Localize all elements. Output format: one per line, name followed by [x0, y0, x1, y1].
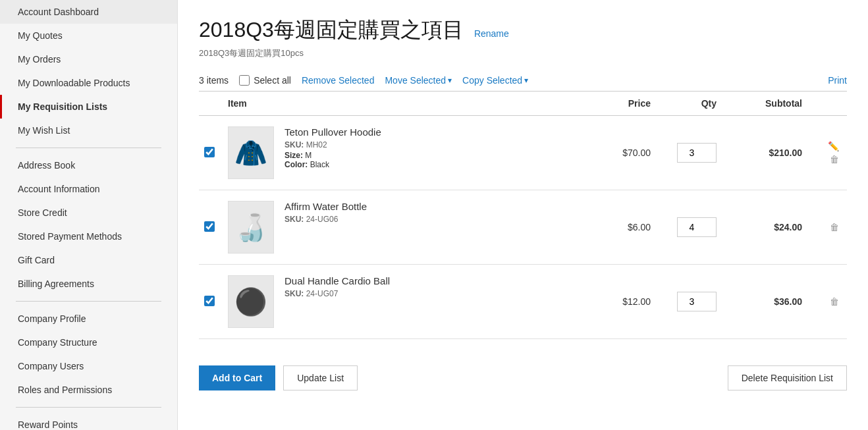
sidebar-item-my-requisition-lists[interactable]: My Requisition Lists — [0, 95, 177, 119]
delete-button[interactable]: 🗑 — [827, 221, 842, 234]
product-image: 🍶 — [228, 201, 274, 254]
product-details: Teton Pullover HoodieSKU: MH02Size: MCol… — [285, 126, 572, 169]
product-details: Affirm Water BottleSKU: 24-UG06 — [285, 201, 572, 225]
qty-input[interactable] — [677, 143, 717, 163]
sidebar-divider-2 — [16, 301, 161, 302]
table-row: 🍶Affirm Water BottleSKU: 24-UG06$6.00$24… — [199, 190, 847, 265]
product-sku: SKU: MH02 — [285, 140, 572, 149]
product-details: Dual Handle Cardio BallSKU: 24-UG07 — [285, 275, 572, 300]
col-header-actions — [807, 92, 847, 116]
product-color: Color: Black — [285, 160, 572, 169]
delete-button[interactable]: 🗑 — [827, 295, 842, 308]
col-header-checkbox — [199, 92, 223, 116]
qty-input[interactable] — [677, 217, 717, 237]
select-all-text: Select all — [254, 75, 291, 86]
toolbar-right: Print — [828, 75, 847, 86]
row-checkbox[interactable] — [204, 296, 215, 306]
row-qty-cell — [656, 190, 722, 265]
row-subtotal-cell: $210.00 — [722, 116, 807, 190]
sidebar-item-company-structure[interactable]: Company Structure — [0, 331, 177, 354]
sidebar: Account Dashboard My Quotes My Orders My… — [0, 0, 178, 430]
bottom-toolbar-left: Add to Cart Update List — [199, 365, 358, 390]
sidebar-item-account-dashboard[interactable]: Account Dashboard — [0, 0, 177, 24]
col-header-subtotal: Subtotal — [722, 92, 807, 116]
sidebar-item-account-information[interactable]: Account Information — [0, 177, 177, 201]
row-item-cell: 🍶Affirm Water BottleSKU: 24-UG06 — [223, 190, 577, 265]
sidebar-item-roles-and-permissions[interactable]: Roles and Permissions — [0, 378, 177, 402]
row-qty-cell — [656, 116, 722, 190]
product-image: 🧥 — [228, 126, 274, 179]
select-all-checkbox[interactable] — [239, 75, 250, 86]
update-list-button[interactable]: Update List — [283, 365, 358, 390]
products-table: Item Price Qty Subtotal 🧥Teton Pullover … — [199, 91, 847, 339]
product-name: Affirm Water Bottle — [285, 201, 572, 212]
sidebar-item-my-quotes[interactable]: My Quotes — [0, 24, 177, 47]
sidebar-divider-1 — [16, 148, 161, 148]
page-title: 2018Q3每週固定購買之項目 — [199, 16, 464, 45]
product-name: Dual Handle Cardio Ball — [285, 275, 572, 286]
sidebar-item-gift-card[interactable]: Gift Card — [0, 248, 177, 272]
col-header-qty: Qty — [656, 92, 722, 116]
sidebar-item-my-orders[interactable]: My Orders — [0, 47, 177, 71]
sidebar-item-company-profile[interactable]: Company Profile — [0, 307, 177, 331]
page-subtitle: 2018Q3每週固定購買10pcs — [199, 47, 847, 59]
row-subtotal-cell: $24.00 — [722, 190, 807, 265]
copy-selected-link[interactable]: Copy Selected — [462, 75, 528, 86]
move-selected-link[interactable]: Move Selected — [385, 75, 452, 86]
product-sku: SKU: 24-UG07 — [285, 289, 572, 298]
table-header-row: Item Price Qty Subtotal — [199, 92, 847, 116]
table-row: 🧥Teton Pullover HoodieSKU: MH02Size: MCo… — [199, 116, 847, 190]
rename-link[interactable]: Rename — [474, 28, 509, 39]
edit-button[interactable]: ✏️ — [825, 140, 842, 153]
col-header-item: Item — [223, 92, 577, 116]
product-size: Size: M — [285, 151, 572, 160]
sidebar-item-reward-points[interactable]: Reward Points — [0, 413, 177, 430]
delete-button[interactable]: 🗑 — [827, 153, 842, 166]
row-item-cell: ⚫Dual Handle Cardio BallSKU: 24-UG07 — [223, 265, 577, 339]
bottom-toolbar: Add to Cart Update List Delete Requisiti… — [199, 355, 847, 390]
sidebar-item-address-book[interactable]: Address Book — [0, 153, 177, 177]
row-checkbox-cell — [199, 265, 223, 339]
add-to-cart-button[interactable]: Add to Cart — [199, 365, 275, 390]
row-price-cell: $6.00 — [577, 190, 656, 265]
sidebar-item-store-credit[interactable]: Store Credit — [0, 201, 177, 225]
select-all-label[interactable]: Select all — [239, 75, 291, 86]
row-checkbox[interactable] — [204, 147, 215, 157]
row-item-cell: 🧥Teton Pullover HoodieSKU: MH02Size: MCo… — [223, 116, 577, 190]
col-header-price: Price — [577, 92, 656, 116]
delete-requisition-list-button[interactable]: Delete Requisition List — [728, 365, 847, 390]
row-price-cell: $12.00 — [577, 265, 656, 339]
row-actions-cell: ✏️🗑 — [807, 116, 847, 190]
qty-input[interactable] — [677, 292, 717, 311]
sidebar-item-billing-agreements[interactable]: Billing Agreements — [0, 272, 177, 296]
sidebar-item-stored-payment-methods[interactable]: Stored Payment Methods — [0, 225, 177, 248]
main-content: 2018Q3每週固定購買之項目 Rename 2018Q3每週固定購買10pcs… — [178, 0, 868, 430]
sidebar-item-my-downloadable-products[interactable]: My Downloadable Products — [0, 71, 177, 95]
sidebar-divider-3 — [16, 407, 161, 408]
toolbar-left: 3 items Select all Remove Selected Move … — [199, 75, 528, 86]
row-checkbox-cell — [199, 116, 223, 190]
sidebar-item-my-wish-list[interactable]: My Wish List — [0, 119, 177, 142]
toolbar-top: 3 items Select all Remove Selected Move … — [199, 75, 847, 86]
row-price-cell: $70.00 — [577, 116, 656, 190]
product-name: Teton Pullover Hoodie — [285, 126, 572, 138]
items-count: 3 items — [199, 75, 229, 86]
row-qty-cell — [656, 265, 722, 339]
row-checkbox-cell — [199, 190, 223, 265]
product-image: ⚫ — [228, 275, 274, 328]
row-actions-cell: 🗑 — [807, 265, 847, 339]
row-subtotal-cell: $36.00 — [722, 265, 807, 339]
bottom-toolbar-right: Delete Requisition List — [728, 365, 847, 390]
remove-selected-link[interactable]: Remove Selected — [302, 75, 375, 86]
print-link[interactable]: Print — [828, 75, 847, 86]
row-actions-cell: 🗑 — [807, 190, 847, 265]
page-header: 2018Q3每週固定購買之項目 Rename — [199, 16, 847, 45]
product-sku: SKU: 24-UG06 — [285, 215, 572, 224]
row-checkbox[interactable] — [204, 221, 215, 232]
sidebar-item-company-users[interactable]: Company Users — [0, 354, 177, 378]
table-row: ⚫Dual Handle Cardio BallSKU: 24-UG07$12.… — [199, 265, 847, 339]
